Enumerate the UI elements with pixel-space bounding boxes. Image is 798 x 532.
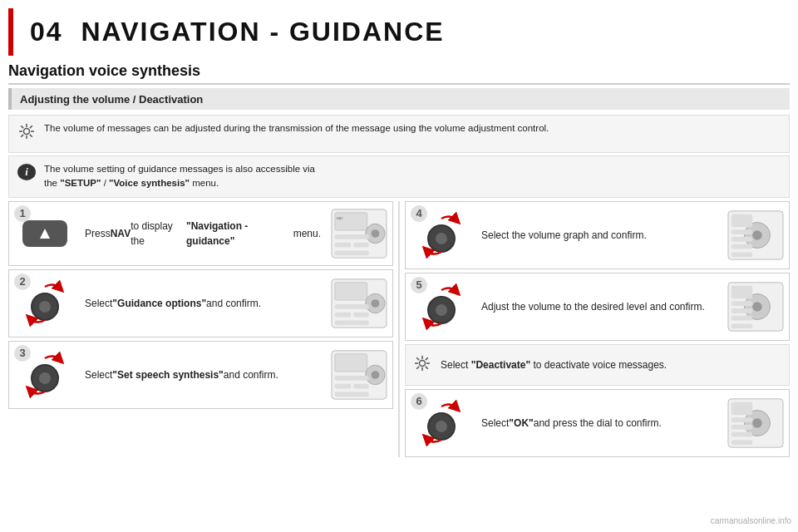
deactivate-text: Select "Deactivate" to deactivate voice …	[441, 359, 667, 371]
step-3-device	[326, 342, 392, 408]
step-1-device: NAV	[326, 202, 392, 265]
device-panel-3	[331, 349, 387, 401]
svg-rect-58	[732, 315, 752, 320]
svg-rect-17	[335, 242, 351, 247]
nav-button-icon	[22, 220, 67, 247]
step-2-number: 2	[14, 273, 31, 290]
svg-line-68	[416, 366, 419, 368]
svg-rect-55	[732, 285, 752, 298]
step-6-device	[722, 390, 789, 456]
svg-point-54	[752, 302, 762, 312]
column-divider	[398, 201, 400, 457]
step-2-box: 2 Sel	[8, 269, 393, 337]
step-2-device	[326, 270, 392, 337]
svg-rect-45	[732, 214, 752, 227]
page-header: 04 NAVIGATION - GUIDANCE	[8, 8, 790, 56]
device-panel-6	[727, 397, 784, 449]
svg-point-0	[24, 129, 30, 135]
svg-rect-16	[335, 234, 369, 239]
step-6-number: 6	[411, 393, 427, 410]
step-5-text: Adjust the volume to the desired level a…	[476, 273, 722, 340]
svg-line-7	[30, 126, 32, 128]
svg-rect-76	[732, 424, 752, 429]
svg-point-15	[372, 229, 380, 238]
sun-info-box: The volume of messages can be adjusted d…	[8, 115, 790, 153]
step-5-box: 5 Adjust the v	[405, 273, 790, 341]
svg-rect-37	[335, 383, 351, 388]
svg-point-31	[39, 372, 51, 384]
step-1-number: 1	[14, 205, 31, 222]
step-3-box: 3 Select "Set	[8, 341, 393, 409]
svg-rect-19	[335, 250, 369, 255]
svg-rect-36	[335, 375, 369, 380]
svg-rect-78	[732, 440, 752, 445]
subsection-bar: Adjusting the volume / Deactivation	[8, 88, 790, 110]
sun-info-text: The volume of messages can be adjusted d…	[44, 121, 549, 135]
svg-line-66	[426, 366, 428, 368]
svg-point-44	[752, 230, 762, 240]
svg-line-6	[30, 135, 32, 137]
svg-rect-48	[732, 244, 752, 249]
svg-rect-12	[335, 212, 367, 229]
svg-point-25	[372, 299, 380, 308]
svg-point-60	[420, 360, 426, 366]
device-panel-2	[331, 278, 387, 329]
step-6-box: 6 Select "OK"	[405, 389, 790, 457]
svg-line-5	[21, 126, 23, 128]
svg-rect-47	[732, 236, 752, 241]
svg-line-8	[21, 135, 23, 137]
svg-point-21	[39, 301, 51, 313]
step-6-text: Select "OK" and press the dial to confir…	[476, 390, 722, 456]
svg-text:NAV: NAV	[337, 216, 343, 220]
step-3-text: Select "Set speech synthesis" and confir…	[80, 342, 326, 408]
svg-rect-18	[353, 242, 368, 247]
svg-point-35	[372, 371, 380, 379]
section-title: Navigation voice synthesis	[8, 62, 200, 79]
svg-rect-29	[335, 320, 369, 325]
deactivate-sun-icon	[414, 355, 432, 375]
svg-rect-57	[732, 308, 752, 313]
content-area: 1 Press NAV to display the"Navigation - …	[8, 201, 790, 457]
svg-line-65	[416, 357, 419, 360]
step-3-number: 3	[14, 345, 31, 362]
step-5-device	[722, 273, 789, 340]
svg-rect-28	[353, 312, 368, 317]
svg-line-67	[426, 357, 428, 360]
step-2-text: Select "Guidance options" and confirm.	[80, 270, 326, 337]
svg-rect-56	[732, 301, 752, 306]
watermark: carmanualsonline.info	[711, 516, 791, 525]
left-column: 1 Press NAV to display the"Navigation - …	[8, 201, 393, 457]
svg-rect-75	[732, 417, 752, 422]
i-icon: i	[17, 164, 36, 180]
svg-rect-33	[335, 353, 367, 371]
step-4-box: 4 Select the v	[405, 201, 790, 269]
step-4-device	[722, 202, 789, 268]
device-panel-1: NAV	[331, 208, 387, 259]
deactivate-box: Select "Deactivate" to deactivate voice …	[405, 344, 790, 386]
svg-rect-26	[335, 303, 369, 308]
svg-rect-77	[732, 431, 752, 436]
svg-rect-27	[335, 312, 351, 317]
step-1-box: 1 Press NAV to display the"Navigation - …	[8, 201, 393, 266]
sun-icon	[17, 123, 36, 143]
svg-rect-74	[732, 401, 752, 415]
svg-point-70	[436, 421, 447, 432]
svg-rect-23	[335, 282, 367, 299]
right-column: 4 Select the v	[405, 201, 790, 457]
i-info-text: The volume setting of guidance messages …	[44, 162, 315, 191]
svg-rect-59	[732, 323, 752, 328]
adjusting-icon	[18, 123, 35, 140]
i-info-box: i The volume setting of guidance message…	[8, 155, 790, 198]
device-panel-5	[727, 281, 784, 332]
step-5-number: 5	[411, 277, 427, 293]
device-panel-4	[727, 209, 784, 261]
svg-rect-39	[335, 392, 369, 397]
step-1-text: Press NAV to display the"Navigation - gu…	[80, 202, 326, 265]
step-4-text: Select the volume graph and confirm.	[476, 202, 722, 268]
svg-point-51	[436, 304, 447, 316]
page-title: 04 NAVIGATION - GUIDANCE	[30, 17, 445, 47]
section-title-bar: Navigation voice synthesis	[8, 62, 790, 85]
svg-rect-38	[353, 383, 368, 388]
svg-rect-46	[732, 229, 752, 234]
svg-point-41	[436, 233, 447, 244]
